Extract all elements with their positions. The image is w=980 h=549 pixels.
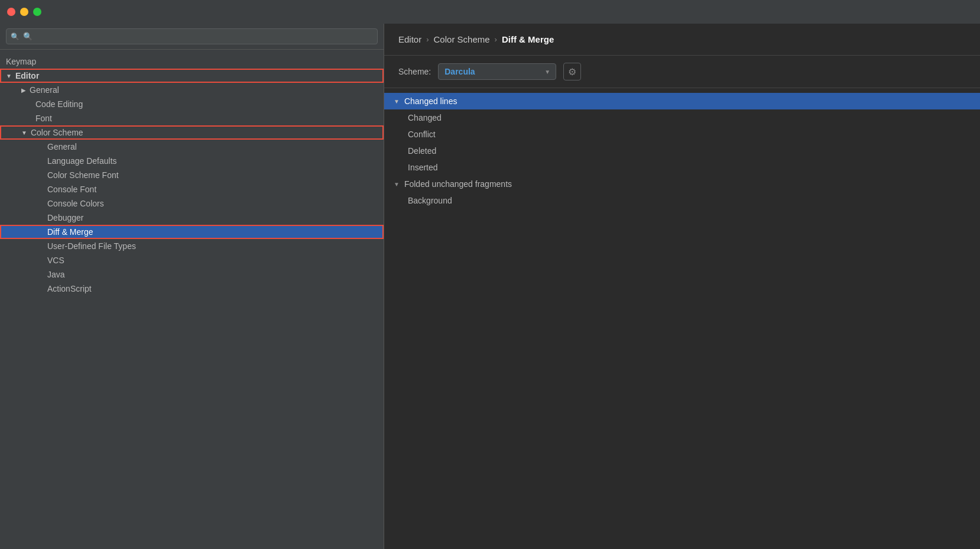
- breadcrumb-diff-merge: Diff & Merge: [502, 34, 554, 44]
- content-tree-label: Background: [408, 196, 452, 205]
- scheme-bar: Scheme: Darcula Default High Contrast ⚙: [384, 56, 980, 88]
- sidebar-item-label: User-Defined File Types: [47, 241, 136, 251]
- sidebar-item-label: ActionScript: [47, 284, 92, 293]
- sidebar-item-label: Editor: [15, 71, 39, 80]
- sidebar-item-label: Color Scheme Font: [47, 170, 119, 180]
- sidebar-item-general[interactable]: ▶ General: [0, 83, 384, 97]
- sidebar-item-vcs[interactable]: VCS: [0, 253, 384, 267]
- sidebar-item-label: Diff & Merge: [47, 227, 93, 237]
- content-tree: ▼ Changed lines Changed Conflict Deleted…: [384, 88, 980, 549]
- sidebar-item-label: Code Editing: [35, 99, 83, 109]
- search-bar: 🔍: [0, 24, 384, 50]
- content-tree-item-conflict[interactable]: Conflict: [384, 126, 980, 143]
- sidebar-item-label: Language Defaults: [47, 156, 117, 166]
- sidebar-item-label: VCS: [47, 256, 64, 265]
- sidebar-item-user-defined[interactable]: User-Defined File Types: [0, 239, 384, 253]
- content-tree-item-inserted[interactable]: Inserted: [384, 159, 980, 176]
- expand-arrow-icon: ▼: [21, 130, 27, 136]
- content-tree-label: Deleted: [408, 146, 436, 156]
- content-area: Editor › Color Scheme › Diff & Merge Sch…: [384, 24, 980, 549]
- sidebar-item-label: Java: [47, 270, 65, 279]
- sidebar-item-label: Console Font: [47, 185, 96, 194]
- sidebar-item-font[interactable]: Font: [0, 111, 384, 125]
- content-tree-item-changed-lines[interactable]: ▼ Changed lines: [384, 93, 980, 109]
- sidebar-item-keymap[interactable]: Keymap: [0, 54, 384, 69]
- maximize-button[interactable]: [33, 8, 41, 16]
- sidebar-item-code-editing[interactable]: Code Editing: [0, 97, 384, 111]
- sidebar-item-label: Color Scheme: [31, 128, 83, 137]
- sidebar-item-label: Font: [35, 114, 52, 123]
- sidebar-item-debugger[interactable]: Debugger: [0, 211, 384, 225]
- sidebar-item-label: General: [47, 142, 77, 151]
- content-tree-label: Changed lines: [404, 96, 457, 106]
- scheme-select[interactable]: Darcula Default High Contrast: [438, 63, 556, 80]
- sidebar-item-label: Keymap: [6, 57, 36, 66]
- gear-button[interactable]: ⚙: [563, 63, 581, 80]
- search-input[interactable]: [6, 28, 378, 44]
- sidebar-item-console-colors[interactable]: Console Colors: [0, 196, 384, 211]
- sidebar-item-label: Debugger: [47, 213, 84, 222]
- main-layout: 🔍 Keymap ▼ Editor ▶ General Code Editing: [0, 24, 980, 549]
- breadcrumb: Editor › Color Scheme › Diff & Merge: [384, 24, 980, 56]
- content-tree-item-background[interactable]: Background: [384, 192, 980, 209]
- expand-arrow-icon: ▼: [394, 98, 400, 105]
- breadcrumb-color-scheme[interactable]: Color Scheme: [434, 34, 490, 44]
- scheme-select-wrapper: Darcula Default High Contrast: [438, 63, 556, 80]
- content-tree-item-folded-unchanged[interactable]: ▼ Folded unchanged fragments: [384, 176, 980, 192]
- sidebar-item-color-scheme[interactable]: ▼ Color Scheme: [0, 125, 384, 140]
- breadcrumb-editor[interactable]: Editor: [398, 34, 421, 44]
- sidebar-item-actionscript[interactable]: ActionScript: [0, 282, 384, 296]
- expand-arrow-icon: ▼: [394, 181, 400, 188]
- content-tree-label: Folded unchanged fragments: [404, 179, 512, 189]
- collapse-arrow-icon: ▶: [21, 87, 26, 93]
- search-icon: 🔍: [11, 33, 20, 41]
- breadcrumb-sep-2: ›: [495, 35, 497, 44]
- scheme-label: Scheme:: [398, 67, 431, 76]
- minimize-button[interactable]: [20, 8, 28, 16]
- content-tree-item-changed[interactable]: Changed: [384, 109, 980, 126]
- breadcrumb-sep-1: ›: [426, 35, 429, 44]
- content-tree-item-deleted[interactable]: Deleted: [384, 143, 980, 159]
- sidebar-item-console-font[interactable]: Console Font: [0, 182, 384, 196]
- sidebar-item-editor[interactable]: ▼ Editor: [0, 69, 384, 83]
- sidebar-item-diff-merge[interactable]: Diff & Merge: [0, 225, 384, 239]
- sidebar-item-color-scheme-font[interactable]: Color Scheme Font: [0, 168, 384, 182]
- title-bar: [0, 0, 980, 24]
- sidebar-item-label: Console Colors: [47, 199, 104, 208]
- sidebar-item-label: General: [30, 85, 59, 95]
- sidebar: 🔍 Keymap ▼ Editor ▶ General Code Editing: [0, 24, 384, 549]
- sidebar-tree: Keymap ▼ Editor ▶ General Code Editing F…: [0, 50, 384, 549]
- content-tree-label: Changed: [408, 113, 442, 122]
- close-button[interactable]: [7, 8, 15, 16]
- content-tree-label: Inserted: [408, 163, 438, 172]
- sidebar-item-language-defaults[interactable]: Language Defaults: [0, 154, 384, 168]
- expand-arrow-icon: ▼: [6, 73, 12, 79]
- content-tree-label: Conflict: [408, 130, 436, 139]
- sidebar-item-java[interactable]: Java: [0, 267, 384, 282]
- sidebar-item-cs-general[interactable]: General: [0, 140, 384, 154]
